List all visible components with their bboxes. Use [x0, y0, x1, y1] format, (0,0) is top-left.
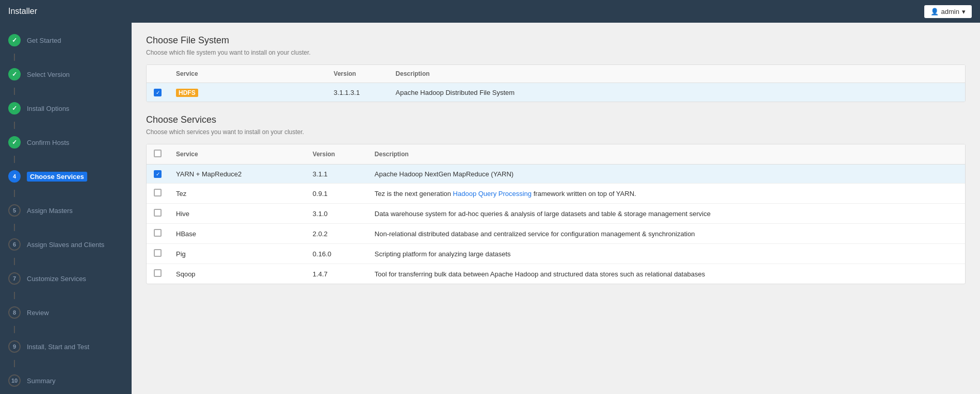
fs-col-version: Version — [327, 65, 389, 83]
svc-description-hive: Data warehouse system for ad-hoc queries… — [367, 204, 965, 224]
svc-version-tez: 0.9.1 — [306, 184, 367, 204]
sidebar-item-customize-services[interactable]: 7 Customize Services — [0, 265, 132, 292]
fs-description-hdfs: Apache Hadoop Distributed File System — [389, 83, 965, 102]
svc-version-yarn: 3.1.1 — [306, 165, 367, 184]
sidebar-item-label-get-started: Get Started — [27, 37, 61, 44]
step-circle-2: ✓ — [8, 68, 21, 80]
svc-col-version: Version — [306, 144, 367, 165]
filesystem-table-container: Service Version Description ✓ HDFS — [146, 64, 966, 102]
connector — [14, 88, 15, 95]
svc-version-hive: 3.1.0 — [306, 204, 367, 224]
step-circle-10: 10 — [8, 374, 21, 387]
filesystem-table: Service Version Description ✓ HDFS — [147, 65, 965, 102]
checkbox-unchecked-icon — [154, 229, 162, 237]
table-row: Sqoop 1.4.7 Tool for transferring bulk d… — [147, 264, 965, 284]
svc-service-hive: Hive — [169, 204, 306, 224]
hadoop-link[interactable]: Hadoop Query Processing — [453, 190, 532, 198]
svc-col-checkbox — [147, 144, 169, 165]
table-row: Hive 3.1.0 Data warehouse system for ad-… — [147, 204, 965, 224]
checkbox-unchecked-icon — [154, 269, 162, 277]
fs-service-hdfs: HDFS — [169, 83, 327, 102]
step-circle-9: 9 — [8, 340, 21, 353]
table-row: HBase 2.0.2 Non-relational distributed d… — [147, 224, 965, 244]
step-circle-8: 8 — [8, 306, 21, 319]
user-icon: 👤 — [930, 8, 939, 15]
step-circle-3: ✓ — [8, 102, 21, 114]
connector — [14, 54, 15, 61]
sidebar-item-choose-services[interactable]: 4 Choose Services — [0, 163, 132, 190]
svc-service-pig: Pig — [169, 244, 306, 264]
svc-col-description: Description — [367, 144, 965, 165]
sidebar-item-label-assign-slaves: Assign Slaves and Clients — [27, 241, 104, 249]
svc-checkbox-pig[interactable] — [147, 244, 169, 264]
select-all-checkbox[interactable] — [154, 150, 162, 157]
filesystem-subtitle: Choose which file system you want to ins… — [146, 49, 966, 56]
table-row: Tez 0.9.1 Tez is the next generation Had… — [147, 184, 965, 204]
svc-version-sqoop: 1.4.7 — [306, 264, 367, 284]
step-circle-7: 7 — [8, 272, 21, 285]
svc-checkbox-yarn[interactable]: ✓ — [147, 165, 169, 184]
filesystem-section: Choose File System Choose which file sys… — [132, 23, 980, 114]
connector — [14, 258, 15, 265]
svc-service-yarn: YARN + MapReduce2 — [169, 165, 306, 184]
sidebar-item-label-review: Review — [27, 309, 49, 317]
filesystem-row-hdfs: ✓ HDFS 3.1.1.3.1 Apache Hadoop Distribut… — [147, 83, 965, 102]
admin-button[interactable]: 👤 admin ▾ — [924, 5, 972, 18]
sidebar-item-label-install-start-test: Install, Start and Test — [27, 343, 89, 351]
sidebar-item-select-version[interactable]: ✓ Select Version — [0, 61, 132, 88]
sidebar-item-label-summary: Summary — [27, 377, 56, 385]
top-bar: Installer 👤 admin ▾ — [0, 0, 980, 23]
chevron-down-icon: ▾ — [962, 8, 966, 15]
services-section: Choose Services Choose which services yo… — [132, 114, 980, 297]
fs-version-hdfs: 3.1.1.3.1 — [327, 83, 389, 102]
connector — [14, 122, 15, 129]
fs-checkbox-hdfs[interactable]: ✓ — [147, 83, 169, 102]
sidebar-item-install-options[interactable]: ✓ Install Options — [0, 95, 132, 122]
sidebar-item-label-assign-masters: Assign Masters — [27, 207, 73, 215]
svc-checkbox-hbase[interactable] — [147, 224, 169, 244]
admin-label: admin — [941, 8, 959, 15]
sidebar-item-get-started[interactable]: ✓ Get Started — [0, 27, 132, 54]
sidebar-item-summary[interactable]: 10 Summary — [0, 367, 132, 394]
app-title: Installer — [8, 7, 37, 16]
fs-col-description: Description — [389, 65, 965, 83]
svc-version-hbase: 2.0.2 — [306, 224, 367, 244]
step-circle-4a: ✓ — [8, 136, 21, 149]
fs-col-checkbox — [147, 65, 169, 83]
step-circle-1: ✓ — [8, 34, 21, 46]
svc-description-yarn: Apache Hadoop NextGen MapReduce (YARN) — [367, 165, 965, 184]
svc-checkbox-sqoop[interactable] — [147, 264, 169, 284]
svc-description-tez: Tez is the next generation Hadoop Query … — [367, 184, 965, 204]
checkbox-checked-icon: ✓ — [154, 89, 162, 96]
connector — [14, 224, 15, 231]
services-table-container: Service Version Description ✓ YARN + Map… — [146, 144, 966, 284]
sidebar-item-assign-masters[interactable]: 5 Assign Masters — [0, 197, 132, 224]
connector — [14, 360, 15, 367]
svc-col-service: Service — [169, 144, 306, 165]
sidebar-item-label-choose-services: Choose Services — [27, 172, 87, 182]
services-table: Service Version Description ✓ YARN + Map… — [147, 144, 965, 284]
services-title: Choose Services — [146, 114, 966, 125]
svc-description-sqoop: Tool for transferring bulk data between … — [367, 264, 965, 284]
step-circle-6: 6 — [8, 238, 21, 251]
checkbox-unchecked-icon — [154, 249, 162, 257]
sidebar: ✓ Get Started ✓ Select Version ✓ Install… — [0, 23, 132, 394]
checkbox-unchecked-icon — [154, 189, 162, 196]
connector — [14, 292, 15, 299]
hdfs-badge: HDFS — [176, 89, 198, 97]
svc-checkbox-tez[interactable] — [147, 184, 169, 204]
sidebar-item-confirm-hosts[interactable]: ✓ Confirm Hosts — [0, 129, 132, 156]
svc-description-pig: Scripting platform for analyzing large d… — [367, 244, 965, 264]
sidebar-item-label-confirm-hosts: Confirm Hosts — [27, 139, 69, 146]
svc-checkbox-hive[interactable] — [147, 204, 169, 224]
checkbox-unchecked-icon — [154, 209, 162, 217]
svc-service-hbase: HBase — [169, 224, 306, 244]
table-row: ✓ YARN + MapReduce2 3.1.1 Apache Hadoop … — [147, 165, 965, 184]
connector — [14, 156, 15, 163]
sidebar-item-install-start-test[interactable]: 9 Install, Start and Test — [0, 333, 132, 360]
layout: ✓ Get Started ✓ Select Version ✓ Install… — [0, 23, 980, 394]
fs-col-service: Service — [169, 65, 327, 83]
step-circle-5: 5 — [8, 204, 21, 217]
sidebar-item-review[interactable]: 8 Review — [0, 299, 132, 326]
sidebar-item-assign-slaves[interactable]: 6 Assign Slaves and Clients — [0, 231, 132, 258]
